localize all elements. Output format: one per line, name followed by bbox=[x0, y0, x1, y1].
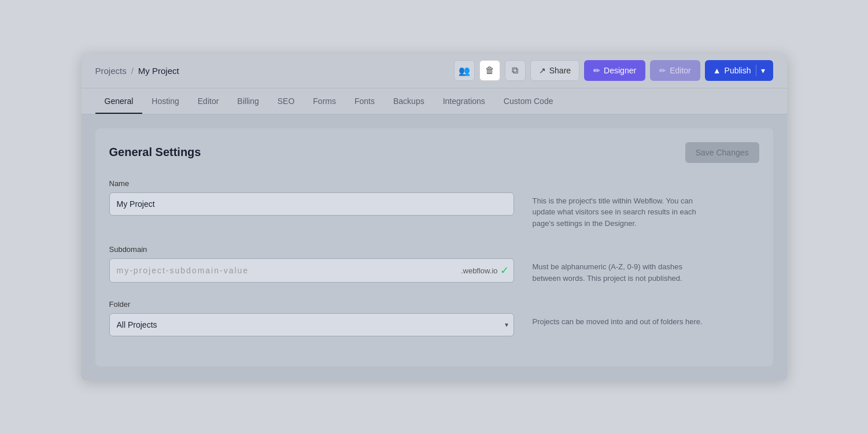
share-icon: ↗ bbox=[539, 66, 546, 75]
folder-field-row: Folder All Projects Personal Work Archiv… bbox=[109, 300, 759, 336]
editor-label: Editor bbox=[670, 66, 691, 75]
header-actions: 👥 🗑 ⧉ ↗ Share ✏ Designer ✏ Editor ▲ bbox=[454, 60, 773, 81]
editor-icon: ✏ bbox=[659, 66, 666, 75]
tab-forms[interactable]: Forms bbox=[304, 88, 345, 114]
publish-icon: ▲ bbox=[713, 66, 721, 75]
breadcrumb-separator: / bbox=[131, 66, 134, 76]
tab-general[interactable]: General bbox=[95, 88, 143, 114]
content-area: General Settings Save Changes Name This … bbox=[82, 114, 787, 381]
tab-editor[interactable]: Editor bbox=[189, 88, 228, 114]
publish-label: Publish bbox=[725, 66, 751, 75]
subdomain-input[interactable] bbox=[110, 259, 459, 282]
tab-custom-code[interactable]: Custom Code bbox=[494, 88, 563, 114]
trash-button[interactable]: 🗑 bbox=[479, 60, 500, 81]
tab-integrations[interactable]: Integrations bbox=[434, 88, 494, 114]
folder-select[interactable]: All Projects Personal Work Archive bbox=[109, 313, 514, 336]
header: Projects / My Project 👥 🗑 ⧉ ↗ Share ✏ De… bbox=[82, 54, 787, 88]
name-field-row: Name This is the project's title within … bbox=[109, 179, 759, 229]
save-changes-button[interactable]: Save Changes bbox=[685, 142, 759, 163]
tab-billing[interactable]: Billing bbox=[228, 88, 268, 114]
chevron-down-icon: ▾ bbox=[761, 66, 765, 75]
team-icon: 👥 bbox=[459, 65, 470, 76]
breadcrumb: Projects / My Project bbox=[95, 66, 445, 76]
name-help-text: This is the project's title within Webfl… bbox=[533, 179, 706, 229]
breadcrumb-projects-link[interactable]: Projects bbox=[95, 66, 127, 76]
folder-select-wrapper: All Projects Personal Work Archive ▾ bbox=[109, 313, 514, 336]
settings-card: General Settings Save Changes Name This … bbox=[95, 128, 773, 367]
editor-button[interactable]: ✏ Editor bbox=[650, 60, 700, 81]
settings-header: General Settings Save Changes bbox=[109, 142, 759, 163]
subdomain-wrapper: .webflow.io ✓ bbox=[109, 258, 514, 283]
share-button[interactable]: ↗ Share bbox=[530, 60, 579, 81]
subdomain-label: Subdomain bbox=[109, 245, 514, 254]
subdomain-field-left: Subdomain .webflow.io ✓ bbox=[109, 245, 514, 284]
designer-button[interactable]: ✏ Designer bbox=[584, 60, 645, 81]
name-field-left: Name bbox=[109, 179, 514, 229]
tab-backups[interactable]: Backups bbox=[384, 88, 434, 114]
subdomain-suffix: .webflow.io ✓ bbox=[459, 264, 514, 277]
team-button[interactable]: 👥 bbox=[454, 60, 475, 81]
publish-button[interactable]: ▲ Publish ▾ bbox=[705, 60, 773, 81]
settings-title: General Settings bbox=[109, 146, 201, 159]
designer-label: Designer bbox=[604, 66, 636, 75]
check-circle-icon: ✓ bbox=[500, 264, 509, 277]
folder-label: Folder bbox=[109, 300, 514, 309]
copy-icon: ⧉ bbox=[512, 65, 518, 76]
subdomain-suffix-text: .webflow.io bbox=[461, 266, 498, 275]
folder-field-left: Folder All Projects Personal Work Archiv… bbox=[109, 300, 514, 336]
nav-tabs: General Hosting Editor Billing SEO Forms… bbox=[82, 88, 787, 114]
subdomain-field-row: Subdomain .webflow.io ✓ Must be alphanum… bbox=[109, 245, 759, 284]
tab-seo[interactable]: SEO bbox=[268, 88, 304, 114]
copy-button[interactable]: ⧉ bbox=[505, 60, 526, 81]
folder-help-text: Projects can be moved into and out of fo… bbox=[533, 300, 706, 336]
app-window: Projects / My Project 👥 🗑 ⧉ ↗ Share ✏ De… bbox=[82, 54, 787, 381]
tab-fonts[interactable]: Fonts bbox=[345, 88, 384, 114]
publish-divider bbox=[756, 65, 756, 76]
breadcrumb-current-project: My Project bbox=[138, 66, 179, 76]
name-label: Name bbox=[109, 179, 514, 188]
designer-icon: ✏ bbox=[593, 66, 600, 75]
subdomain-help-text: Must be alphanumeric (A-Z, 0-9) with das… bbox=[533, 245, 706, 284]
trash-icon: 🗑 bbox=[485, 65, 494, 76]
share-label: Share bbox=[549, 66, 571, 75]
tab-hosting[interactable]: Hosting bbox=[142, 88, 188, 114]
name-input[interactable] bbox=[109, 192, 514, 216]
